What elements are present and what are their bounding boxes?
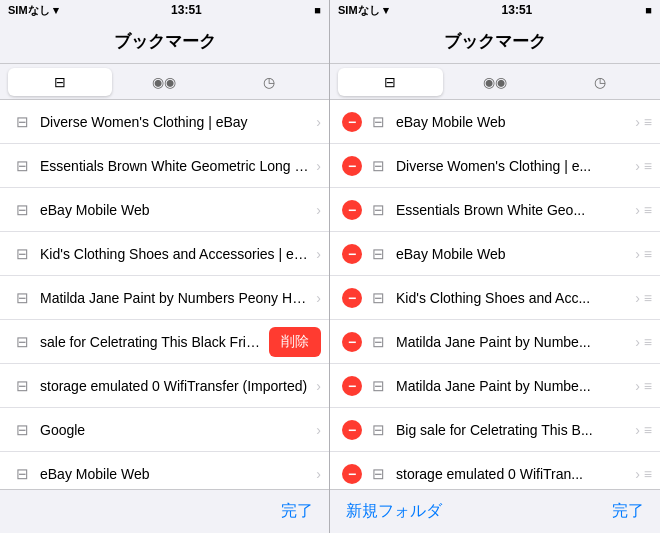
wifi-icon: ▾ [53,4,59,17]
bookmark-icon: ⊟ [368,464,388,484]
chevron-icon: › [635,246,640,262]
remove-icon[interactable]: − [342,332,362,352]
list-item[interactable]: ⊟ eBay Mobile Web › [0,452,329,489]
bookmark-icon: ⊟ [368,332,388,352]
remove-icon[interactable]: − [342,376,362,396]
chevron-icon: › [635,466,640,482]
item-label: Diverse Women's Clothing | e... [396,158,631,174]
bookmark-tab-icon-r: ⊟ [384,74,396,90]
list-item[interactable]: − ⊟ Matilda Jane Paint by Numbe... › ≡ [330,364,660,408]
tab-bookmarks-right[interactable]: ⊟ [338,68,443,96]
list-item[interactable]: ⊟ eBay Mobile Web › [0,188,329,232]
done-button-left[interactable]: 完了 [281,501,313,522]
list-item[interactable]: − ⊟ eBay Mobile Web › ≡ [330,100,660,144]
right-battery: ■ [645,4,652,16]
bookmark-icon: ⊟ [368,112,388,132]
remove-icon[interactable]: − [342,156,362,176]
chevron-icon: › [316,202,321,218]
tab-history-left[interactable]: ◷ [217,68,321,96]
right-bottom-bar: 新規フォルダ 完了 [330,489,660,533]
bookmark-icon: ⊟ [12,332,32,352]
tab-reading-left[interactable]: ◉◉ [112,68,216,96]
reading-tab-icon-r: ◉◉ [483,74,507,90]
carrier-text-r: SIMなし [338,3,380,18]
list-item[interactable]: ⊟ Google › [0,408,329,452]
remove-icon[interactable]: − [342,288,362,308]
battery-icon: ■ [314,4,321,16]
item-label: storage emulated 0 WifiTransfer (Importe… [40,378,312,394]
list-item[interactable]: ⊟ Matilda Jane Paint by Numbers Peony He… [0,276,329,320]
drag-handle-icon[interactable]: ≡ [644,290,652,306]
new-folder-button[interactable]: 新規フォルダ [346,501,442,522]
list-item[interactable]: − ⊟ Essentials Brown White Geo... › ≡ [330,188,660,232]
remove-icon[interactable]: − [342,244,362,264]
list-item[interactable]: ⊟ Essentials Brown White Geometric Long … [0,144,329,188]
list-item[interactable]: ⊟ storage emulated 0 WifiTransfer (Impor… [0,364,329,408]
drag-handle-icon[interactable]: ≡ [644,202,652,218]
left-bottom-bar: 完了 [0,489,329,533]
item-label: Essentials Brown White Geo... [396,202,631,218]
list-item[interactable]: ⊟ Kid's Clothing Shoes and Accessories |… [0,232,329,276]
left-time: 13:51 [171,3,202,17]
bookmark-icon: ⊟ [12,244,32,264]
left-battery: ■ [314,4,321,16]
drag-handle-icon[interactable]: ≡ [644,378,652,394]
list-item[interactable]: − ⊟ eBay Mobile Web › ≡ [330,232,660,276]
right-navbar: ブックマーク [330,20,660,64]
right-tabbar: ⊟ ◉◉ ◷ [330,64,660,100]
right-title: ブックマーク [444,30,546,53]
tab-bookmarks-left[interactable]: ⊟ [8,68,112,96]
list-item[interactable]: − ⊟ Matilda Jane Paint by Numbe... › ≡ [330,320,660,364]
list-item[interactable]: − ⊟ storage emulated 0 WifiTran... › ≡ [330,452,660,489]
list-item[interactable]: − ⊟ Diverse Women's Clothing | e... › ≡ [330,144,660,188]
drag-handle-icon[interactable]: ≡ [644,334,652,350]
remove-icon[interactable]: − [342,464,362,484]
bookmark-icon: ⊟ [12,112,32,132]
remove-icon[interactable]: − [342,420,362,440]
drag-handle-icon[interactable]: ≡ [644,246,652,262]
chevron-icon: › [635,114,640,130]
drag-handle-icon[interactable]: ≡ [644,114,652,130]
chevron-icon: › [316,246,321,262]
drag-handle-icon[interactable]: ≡ [644,466,652,482]
item-label: eBay Mobile Web [396,114,631,130]
chevron-icon: › [635,378,640,394]
history-tab-icon-r: ◷ [594,74,606,90]
chevron-icon: › [316,158,321,174]
item-label: Kid's Clothing Shoes and Acc... [396,290,631,306]
chevron-icon: › [635,334,640,350]
done-button-right[interactable]: 完了 [612,501,644,522]
remove-icon[interactable]: − [342,112,362,132]
left-tabbar: ⊟ ◉◉ ◷ [0,64,329,100]
list-item-swipe[interactable]: ⊟ sale for Celetrating This Black Friday… [0,320,329,364]
item-label: Kid's Clothing Shoes and Accessories | e… [40,246,312,262]
list-item[interactable]: ⊟ Diverse Women's Clothing | eBay › [0,100,329,144]
right-carrier: SIMなし ▾ [338,3,389,18]
item-label: Matilda Jane Paint by Numbe... [396,334,631,350]
tab-reading-right[interactable]: ◉◉ [443,68,548,96]
item-label: Matilda Jane Paint by Numbe... [396,378,631,394]
left-panel: SIMなし ▾ 13:51 ■ ブックマーク ⊟ ◉◉ ◷ ⊟ Diverse … [0,0,330,533]
remove-icon[interactable]: − [342,200,362,220]
bookmark-icon: ⊟ [12,464,32,484]
bookmark-icon: ⊟ [12,288,32,308]
tab-history-right[interactable]: ◷ [547,68,652,96]
bookmark-icon: ⊟ [368,288,388,308]
item-label: eBay Mobile Web [40,466,312,482]
history-tab-icon: ◷ [263,74,275,90]
drag-handle-icon[interactable]: ≡ [644,422,652,438]
list-item[interactable]: − ⊟ Big sale for Celetrating This B... ›… [330,408,660,452]
left-title: ブックマーク [114,30,216,53]
bookmark-icon: ⊟ [368,376,388,396]
right-time: 13:51 [502,3,533,17]
delete-button[interactable]: 削除 [269,327,321,357]
chevron-icon: › [316,290,321,306]
item-label: Big sale for Celetrating This B... [396,422,631,438]
list-item[interactable]: − ⊟ Kid's Clothing Shoes and Acc... › ≡ [330,276,660,320]
item-label: eBay Mobile Web [40,202,312,218]
bookmark-icon: ⊟ [12,200,32,220]
item-label: Google [40,422,312,438]
drag-handle-icon[interactable]: ≡ [644,158,652,174]
swipe-item-label: sale for Celetrating This Black Friday..… [40,334,261,350]
bookmark-icon: ⊟ [12,420,32,440]
